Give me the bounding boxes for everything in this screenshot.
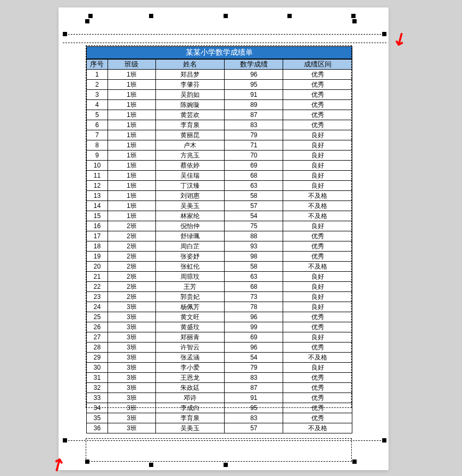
- handle-icon[interactable]: [224, 14, 228, 18]
- table-row: 363班吴美玉57不及格: [87, 423, 352, 433]
- annotation-arrow-icon: ↙: [389, 27, 411, 51]
- selection-guide-top: [63, 34, 386, 35]
- handle-icon[interactable]: [382, 32, 386, 36]
- handle-icon[interactable]: [88, 14, 93, 18]
- handle-icon[interactable]: [382, 438, 386, 442]
- cell-class: 3班: [108, 413, 155, 423]
- handle-icon[interactable]: [287, 14, 292, 18]
- table-row: 353班李育泉83优秀: [87, 413, 352, 423]
- cell-no: 36: [87, 423, 108, 433]
- cell-band: 不及格: [283, 423, 352, 433]
- cell-score: 57: [225, 423, 283, 433]
- handle-icon[interactable]: [149, 14, 153, 18]
- cell-name: 李育泉: [155, 413, 225, 423]
- handle-icon[interactable]: [85, 460, 89, 464]
- handle-icon[interactable]: [63, 32, 67, 36]
- cell-name: 吴美玉: [155, 423, 225, 433]
- cell-class: 3班: [108, 423, 155, 433]
- handle-icon[interactable]: [149, 463, 153, 467]
- selection-guide-top2: [63, 43, 386, 43]
- handle-icon[interactable]: [351, 14, 356, 18]
- selection-box-main[interactable]: [86, 45, 352, 408]
- handle-icon[interactable]: [63, 438, 67, 442]
- handle-icon[interactable]: [352, 460, 357, 464]
- handle-icon[interactable]: [85, 19, 89, 23]
- cell-band: 优秀: [283, 413, 352, 423]
- cell-no: 35: [87, 413, 108, 423]
- selection-box-footer[interactable]: [86, 438, 352, 462]
- handle-icon[interactable]: [224, 463, 228, 467]
- cell-score: 83: [225, 413, 283, 423]
- handle-icon[interactable]: [352, 19, 357, 23]
